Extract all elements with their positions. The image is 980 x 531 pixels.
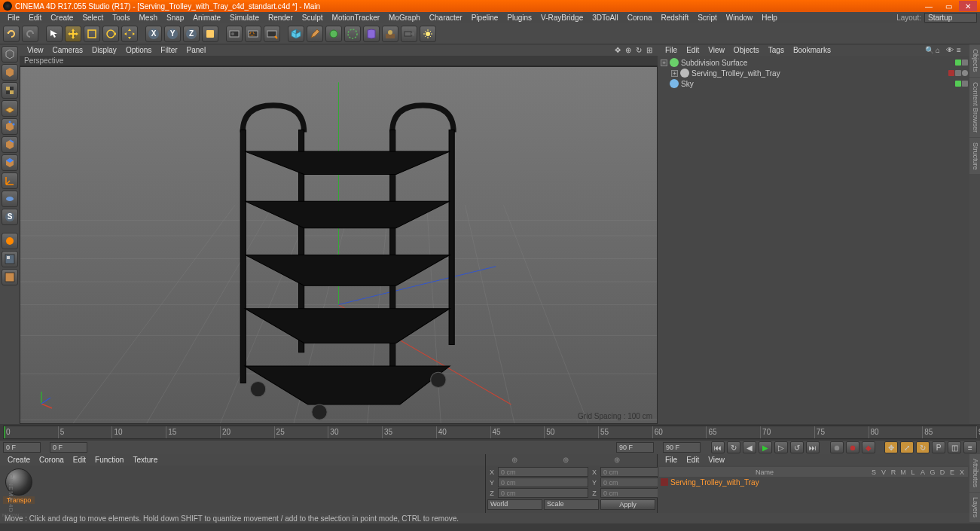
y-axis-button[interactable]: Y: [164, 26, 181, 42]
close-button[interactable]: ✕: [959, 1, 977, 11]
rotate-button[interactable]: [102, 26, 119, 42]
nurbs-button[interactable]: [325, 26, 342, 42]
pos-y-input[interactable]: [498, 478, 588, 487]
range-end-input[interactable]: [616, 442, 654, 453]
key-pla-button[interactable]: ◫: [948, 441, 961, 453]
menu-window[interactable]: Window: [722, 14, 758, 22]
visibility-dot[interactable]: [962, 60, 968, 66]
menu-create[interactable]: Create: [46, 14, 78, 22]
recent-tool-button[interactable]: [121, 26, 138, 42]
live-select-button[interactable]: [46, 26, 63, 42]
minimize-button[interactable]: —: [920, 1, 938, 11]
menu-3dtoall[interactable]: 3DToAll: [588, 14, 622, 22]
visibility-dot[interactable]: [955, 60, 961, 66]
side-tab-content-browser[interactable]: Content Browser: [969, 78, 980, 137]
visibility-dot[interactable]: [962, 81, 968, 87]
menu-character[interactable]: Character: [425, 14, 467, 22]
loop-button[interactable]: ↻: [727, 441, 740, 453]
soft-select-button[interactable]: [2, 233, 18, 249]
timeline-ruler[interactable]: 051015202530354045505560657075808590: [3, 426, 977, 439]
menu-script[interactable]: Script: [693, 14, 722, 22]
vp-menu-filter[interactable]: Filter: [156, 46, 182, 54]
tree-row[interactable]: Sky: [659, 78, 968, 89]
eye-icon[interactable]: 👁: [946, 46, 955, 55]
coord-system-button[interactable]: [202, 26, 218, 42]
side-tab-objects[interactable]: Objects: [969, 44, 980, 77]
key-options-button[interactable]: ≡: [963, 441, 977, 453]
snap-button[interactable]: S: [2, 209, 18, 225]
model-mode-button[interactable]: [2, 64, 18, 81]
visibility-dot[interactable]: [948, 70, 954, 76]
attr-col-a[interactable]: A: [918, 468, 927, 476]
redo-button[interactable]: [22, 26, 38, 42]
menu-snap[interactable]: Snap: [162, 14, 188, 22]
vp-menu-options[interactable]: Options: [121, 46, 156, 54]
attr-menu-view[interactable]: View: [704, 456, 729, 464]
tree-row[interactable]: +Serving_Trolley_with_Tray: [659, 68, 968, 78]
apply-button[interactable]: Apply: [600, 499, 655, 510]
mat-menu-edit[interactable]: Edit: [69, 456, 90, 464]
layout-dropdown[interactable]: Startup: [924, 13, 977, 23]
menu-select[interactable]: Select: [78, 14, 108, 22]
menu-file[interactable]: File: [3, 14, 24, 22]
scale-button[interactable]: [84, 26, 100, 42]
home-icon[interactable]: ⌂: [936, 46, 945, 55]
attr-col-d[interactable]: D: [938, 468, 947, 476]
mat-menu-function[interactable]: Function: [90, 456, 128, 464]
keyframe-sel-button[interactable]: ◆: [862, 441, 875, 453]
pos-x-input[interactable]: [498, 467, 588, 477]
attr-col-m[interactable]: M: [899, 468, 908, 476]
vp-menu-display[interactable]: Display: [87, 46, 121, 54]
project-end-input[interactable]: [663, 442, 701, 453]
goto-start-button[interactable]: ⏮: [711, 441, 725, 453]
coord-mode1-dropdown[interactable]: World: [487, 499, 542, 510]
attr-tab-layers[interactable]: Layers: [969, 493, 980, 522]
vp-menu-panel[interactable]: Panel: [182, 46, 211, 54]
obj-menu-edit[interactable]: Edit: [682, 46, 704, 54]
mat-menu-corona[interactable]: Corona: [35, 456, 69, 464]
menu-animate[interactable]: Animate: [188, 14, 225, 22]
environment-button[interactable]: [382, 26, 398, 42]
edge-mode-button[interactable]: [2, 136, 18, 153]
attr-col-x[interactable]: X: [957, 468, 966, 476]
menu-motiontracker[interactable]: MotionTracker: [328, 14, 385, 22]
camera-button[interactable]: [401, 26, 417, 42]
attr-menu-edit[interactable]: Edit: [682, 456, 704, 464]
axis-button[interactable]: [2, 172, 18, 189]
viewport-solo-button[interactable]: [2, 251, 18, 267]
mat-menu-texture[interactable]: Texture: [128, 456, 162, 464]
vp-rotate-icon[interactable]: ↻: [634, 46, 643, 55]
side-tab-structure[interactable]: Structure: [969, 138, 980, 175]
attr-col-r[interactable]: R: [889, 468, 898, 476]
viewport-3d[interactable]: Grid Spacing : 100 cm: [20, 66, 658, 424]
polygon-mode-button[interactable]: [2, 154, 18, 171]
layer-row[interactable]: Serving_Trolley_with_Tray: [659, 477, 968, 487]
menu-render[interactable]: Render: [264, 14, 298, 22]
tag-icon[interactable]: [962, 70, 968, 76]
render-view-button[interactable]: [226, 26, 243, 42]
menu-sculpt[interactable]: Sculpt: [298, 14, 328, 22]
autokey-button[interactable]: ⏺: [846, 441, 859, 453]
mat-menu-create[interactable]: Create: [3, 456, 35, 464]
record-button[interactable]: ⏺: [830, 441, 844, 453]
play-button[interactable]: ▶: [759, 441, 772, 453]
search-icon[interactable]: 🔍: [925, 46, 934, 55]
pos-z-input[interactable]: [498, 488, 588, 498]
menu-corona[interactable]: Corona: [623, 14, 657, 22]
visibility-dot[interactable]: [955, 81, 961, 87]
attr-col-l[interactable]: L: [908, 468, 917, 476]
pen-tool-button[interactable]: [307, 26, 323, 42]
menu-redshift[interactable]: Redshift: [657, 14, 694, 22]
obj-menu-bookmarks[interactable]: Bookmarks: [789, 46, 835, 54]
vp-menu-cameras[interactable]: Cameras: [48, 46, 88, 54]
generator-button[interactable]: [344, 26, 361, 42]
make-editable-button[interactable]: [2, 46, 18, 63]
forward-button[interactable]: ↺: [790, 441, 804, 453]
viewport-solo2-button[interactable]: [2, 269, 18, 285]
menu-v-raybridge[interactable]: V-RayBridge: [536, 14, 588, 22]
deformer-button[interactable]: [363, 26, 380, 42]
material-list[interactable]: Transpo: [0, 465, 485, 513]
tree-row[interactable]: +Subdivision Surface: [659, 57, 968, 68]
vp-layout-icon[interactable]: ⊞: [645, 46, 654, 55]
menu-plugins[interactable]: Plugins: [502, 14, 536, 22]
